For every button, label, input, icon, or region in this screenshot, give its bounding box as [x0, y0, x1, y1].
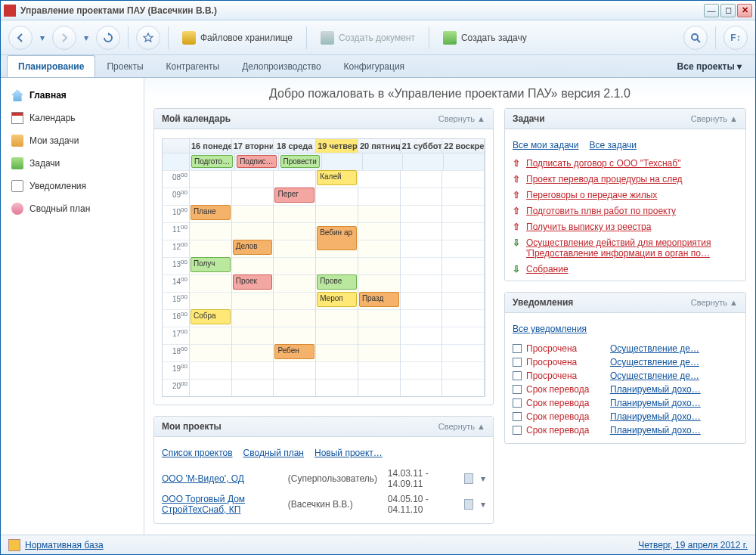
- sidebar-item-home[interactable]: Главная: [1, 84, 144, 107]
- calendar-day-column[interactable]: ПланеПолучСобра: [190, 170, 232, 396]
- notifications-collapse[interactable]: Свернуть: [691, 298, 738, 307]
- calendar-allday-slot[interactable]: Подпис…: [235, 153, 278, 170]
- tab-projects[interactable]: Проекты: [95, 55, 154, 77]
- calendar-allday-event[interactable]: Провести: [280, 155, 320, 168]
- tab-workflow[interactable]: Делопроизводство: [231, 55, 332, 77]
- projects-new-link[interactable]: Новый проект…: [314, 448, 383, 458]
- tasks-my-link[interactable]: Все мои задачи: [513, 140, 579, 150]
- project-name-link[interactable]: ООО Торговый Дом СтройТехСнаб, КП: [162, 494, 280, 515]
- notification-link[interactable]: Планируемый дохо…: [610, 384, 701, 395]
- calendar-day-column[interactable]: КалейВебин арПровеМероп: [316, 170, 358, 396]
- notification-link[interactable]: Осуществление де…: [610, 371, 699, 381]
- calendar-allday-event[interactable]: Подгото…: [191, 155, 233, 168]
- calendar-event[interactable]: Калей: [317, 170, 357, 185]
- statusbar-date[interactable]: Четверг, 19 апреля 2012 г.: [638, 540, 748, 550]
- notification-link[interactable]: Планируемый дохо…: [610, 411, 701, 422]
- norm-base-link[interactable]: Нормативная база: [25, 540, 104, 550]
- project-name-link[interactable]: ООО 'М-Видео', ОД: [162, 473, 280, 484]
- notification-checkbox[interactable]: [513, 398, 522, 408]
- project-chart-icon[interactable]: [464, 473, 473, 484]
- notification-link[interactable]: Осуществление де…: [610, 343, 699, 354]
- notification-checkbox[interactable]: [513, 426, 522, 435]
- projects-collapse[interactable]: Свернуть: [438, 422, 485, 431]
- back-dropdown[interactable]: ▾: [37, 26, 48, 50]
- calendar-collapse[interactable]: Свернуть: [438, 114, 485, 123]
- calendar-event[interactable]: Делов: [233, 240, 273, 255]
- calendar-day-header[interactable]: 17 вторни: [232, 139, 274, 153]
- notification-checkbox[interactable]: [513, 344, 522, 353]
- search-button[interactable]: [683, 26, 708, 50]
- sidebar-item-calendar[interactable]: Календарь: [1, 107, 144, 129]
- tasks-all-link[interactable]: Все задачи: [590, 140, 637, 150]
- create-task-button[interactable]: Создать задачу: [437, 28, 533, 48]
- file-storage-button[interactable]: Файловое хранилище: [176, 28, 299, 48]
- maximize-button[interactable]: ◻: [720, 4, 736, 17]
- calendar-day-header[interactable]: 21 суббот: [401, 139, 443, 153]
- sidebar-item-notifications[interactable]: Уведомления: [1, 175, 144, 197]
- calendar-day-header[interactable]: 19 четвер: [316, 139, 358, 153]
- calendar-event[interactable]: Прове: [317, 274, 357, 290]
- calendar-event[interactable]: Собра: [191, 309, 231, 324]
- calendar-allday-slot[interactable]: [322, 153, 363, 170]
- calendar-event[interactable]: Получ: [191, 257, 231, 272]
- calendar-event[interactable]: Перег: [274, 188, 314, 203]
- tab-planning[interactable]: Планирование: [7, 55, 95, 77]
- notifications-all-link[interactable]: Все уведомления: [513, 324, 587, 334]
- task-link[interactable]: Получить выписку из реестра: [526, 222, 651, 232]
- calendar-allday-slot[interactable]: [363, 153, 404, 170]
- notification-link[interactable]: Планируемый дохо…: [610, 425, 701, 436]
- create-document-button[interactable]: Создать документ: [314, 28, 421, 48]
- calendar-event[interactable]: Плане: [191, 205, 231, 220]
- calendar-day-header[interactable]: 20 пятниц: [358, 139, 401, 153]
- sidebar-item-mytasks[interactable]: Мои задачи: [1, 129, 144, 152]
- forward-button[interactable]: [52, 26, 76, 50]
- task-link[interactable]: Осуществление действий для мероприятия '…: [526, 237, 738, 259]
- notification-link[interactable]: Планируемый дохо…: [610, 398, 701, 408]
- sidebar-item-tasks[interactable]: Задачи: [1, 152, 144, 175]
- calendar-allday-event[interactable]: Подпис…: [237, 155, 276, 168]
- notification-checkbox[interactable]: [513, 358, 522, 367]
- forward-dropdown[interactable]: ▾: [81, 26, 91, 50]
- calendar-day-column[interactable]: Празд: [358, 170, 401, 396]
- calendar-day-column[interactable]: [442, 170, 485, 396]
- project-dropdown-icon[interactable]: ▾: [481, 499, 485, 510]
- task-link[interactable]: Собрание: [526, 264, 569, 274]
- calendar-event[interactable]: Проек: [233, 274, 273, 290]
- calendar-allday-slot[interactable]: [444, 153, 485, 170]
- calendar-allday-slot[interactable]: [403, 153, 444, 170]
- calendar-day-header[interactable]: 16 понеде: [190, 139, 232, 153]
- task-link[interactable]: Переговоры о передаче жилых: [526, 190, 657, 200]
- tab-contragents[interactable]: Контрагенты: [155, 55, 231, 77]
- calendar-day-column[interactable]: ДеловПроек: [232, 170, 274, 396]
- star-button[interactable]: [136, 26, 160, 50]
- sidebar-item-summary[interactable]: Сводный план: [1, 197, 144, 220]
- notification-checkbox[interactable]: [513, 412, 522, 421]
- tasks-collapse[interactable]: Свернуть: [691, 114, 738, 123]
- project-chart-icon[interactable]: [464, 499, 473, 510]
- calendar-event[interactable]: Мероп: [317, 292, 357, 307]
- project-dropdown-icon[interactable]: ▾: [481, 473, 485, 484]
- task-link[interactable]: Проект перевода процедуры на след: [526, 174, 683, 184]
- notification-link[interactable]: Осуществление де…: [610, 357, 699, 367]
- close-button[interactable]: ✕: [737, 4, 752, 17]
- calendar-day-column[interactable]: [401, 170, 443, 396]
- calendar-event[interactable]: Вебин ар: [317, 226, 357, 250]
- projects-summary-link[interactable]: Сводный план: [243, 448, 304, 458]
- tab-config[interactable]: Конфигурация: [333, 55, 417, 77]
- minimize-button[interactable]: —: [704, 4, 719, 17]
- calendar-allday-slot[interactable]: Подгото…: [190, 153, 235, 170]
- task-link[interactable]: Подписать договор с ООО "Техснаб": [526, 158, 680, 169]
- all-projects-dropdown[interactable]: Все проекты ▾: [670, 56, 749, 77]
- calendar-day-header[interactable]: 22 воскре: [442, 139, 485, 153]
- calendar-allday-slot[interactable]: Провести: [279, 153, 322, 170]
- calendar-event[interactable]: Ребен: [274, 344, 314, 359]
- calendar-day-header[interactable]: 18 среда: [274, 139, 316, 153]
- refresh-button[interactable]: [96, 26, 120, 50]
- projects-list-link[interactable]: Список проектов: [162, 448, 233, 458]
- notification-checkbox[interactable]: [513, 371, 522, 380]
- task-link[interactable]: Подготовить плвн работ по проекту: [526, 206, 676, 216]
- calendar-day-column[interactable]: ПерегРебен: [274, 170, 316, 396]
- notification-checkbox[interactable]: [513, 385, 522, 394]
- calendar-event[interactable]: Празд: [359, 292, 399, 307]
- fullscreen-button[interactable]: F↕: [723, 26, 748, 50]
